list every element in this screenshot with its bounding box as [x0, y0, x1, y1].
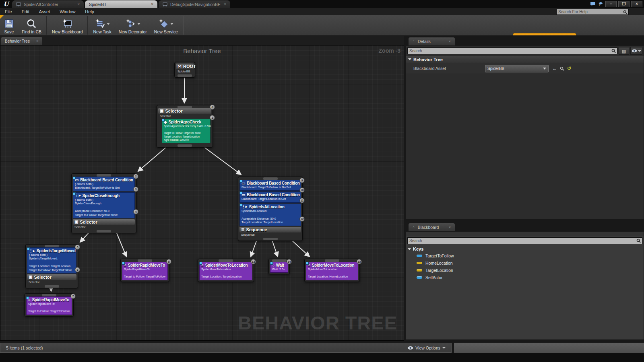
- new-decorator-icon: [125, 19, 136, 29]
- close-icon[interactable]: ×: [36, 39, 38, 43]
- menu-edit[interactable]: Edit: [17, 9, 34, 14]
- node-decorator-block: ⋮▸SpiderCloseEnough( aborts both )Spider…: [73, 192, 135, 218]
- close-icon[interactable]: ×: [449, 225, 451, 229]
- blackboard-asset-dropdown[interactable]: SpiderBB: [485, 65, 549, 72]
- marketplace-icon[interactable]: [598, 2, 604, 6]
- node-output-pin[interactable]: [178, 144, 192, 147]
- toolbar-corner-expand-icon[interactable]: [0, 15, 4, 19]
- node-decorator-block: ⋮▸SpiderIsAtLocationSpiderIsAtLocation: …: [239, 204, 301, 226]
- bt-node-cond-left[interactable]: ▭Blackboard Based Condition( aborts both…: [71, 173, 136, 233]
- use-selected-asset-icon[interactable]: ←: [552, 66, 557, 71]
- node-title: ◈SpiderAgroCheck: [164, 120, 208, 124]
- bt-node-wait[interactable]: ◌WaitWait: 2.5s14: [268, 259, 290, 274]
- new-decorator-button[interactable]: New Decorator: [115, 15, 151, 35]
- blackboard-keys-header[interactable]: Keys: [406, 245, 644, 252]
- node-instance-marker-icon: [239, 191, 242, 194]
- close-icon[interactable]: ×: [77, 2, 80, 6]
- node-subtitle: Sequence: [239, 232, 301, 237]
- menu-window[interactable]: Window: [55, 9, 80, 14]
- blackboard-panel-tab[interactable]: ∴ Blackboard ×: [409, 223, 455, 231]
- bt-node-moveloc-right[interactable]: ≡SpiderMoveToLocationSpiderMoveToLocatio…: [304, 259, 360, 282]
- minimize-button[interactable]: –: [605, 1, 617, 7]
- blackboard-search: [407, 237, 642, 244]
- menu-help[interactable]: Help: [80, 9, 99, 14]
- key-label: TargetLocation: [425, 268, 453, 273]
- view-options-button[interactable]: View Options: [407, 346, 446, 350]
- node-instance-marker-icon: [73, 192, 76, 195]
- chevron-down-icon[interactable]: [170, 23, 173, 25]
- menu-asset[interactable]: Asset: [34, 9, 55, 14]
- blackboard-key-targetlocation[interactable]: TargetLocation: [406, 267, 644, 274]
- node-subtitle: Selector: [27, 280, 76, 285]
- browse-to-asset-icon[interactable]: [560, 66, 564, 71]
- node-title: ▭Blackboard Based Condition: [242, 193, 299, 197]
- blackboard-key-selfactor[interactable]: SelfActor: [406, 274, 644, 281]
- bt-node-root[interactable]: ⋈ROOTSpiderBB: [174, 62, 195, 78]
- bt-node-selector-main[interactable]: ▣SelectorSelector◈SpiderAgroCheckSpiderA…: [157, 105, 213, 148]
- window-bottom-edge: [0, 353, 644, 362]
- node-detail-line: Target to Follow: TargetToFollow: [28, 310, 70, 313]
- node-output-pin[interactable]: [45, 285, 59, 288]
- bt-node-moveloc-mid[interactable]: ≡SpiderMoveToLocationSpiderMoveToLocatio…: [198, 259, 254, 282]
- asset-tab-debugspidernavigationbf[interactable]: DebugSpiderNavigationBF ×: [159, 0, 230, 8]
- close-icon[interactable]: ×: [224, 2, 226, 6]
- feedback-bubble-icon[interactable]: [590, 2, 596, 6]
- node-decorator-block: ⋮▸SpiderIsTargetMoved( aborts both )Spid…: [27, 247, 76, 274]
- node-output-pin[interactable]: [178, 74, 192, 77]
- view-options-label: View Options: [415, 346, 440, 350]
- node-title: ◌Wait: [272, 263, 286, 267]
- display-filter-button[interactable]: [630, 47, 642, 55]
- close-icon[interactable]: ×: [151, 2, 153, 6]
- graph-document-tab[interactable]: Behavior Tree ×: [1, 37, 42, 45]
- help-search-input[interactable]: [557, 10, 623, 14]
- node-header: ▣Selector: [27, 274, 76, 280]
- new-task-label: New Task: [93, 29, 111, 34]
- details-category-behavior-tree[interactable]: Behavior Tree: [406, 56, 644, 63]
- node-output-pin[interactable]: [263, 238, 278, 240]
- new-blackboard-label: New Blackboard: [52, 29, 83, 34]
- node-detail-line: [201, 272, 250, 275]
- node-input-pin[interactable]: [178, 106, 192, 108]
- behavior-tree-graph-canvas[interactable]: Behavior Tree Zoom -3 BEHAVIOR TREE ⋈ROO…: [0, 45, 404, 341]
- bt-node-rapid-bottom[interactable]: ≡SpiderRapidMoveToSpiderRapidMoveTo: Tar…: [25, 293, 74, 317]
- new-decorator-label: New Decorator: [119, 29, 147, 34]
- bt-node-target-moved[interactable]: ⋮▸SpiderIsTargetMoved( aborts both )Spid…: [25, 244, 78, 288]
- property-matrix-button[interactable]: ▤: [619, 47, 629, 55]
- bt-node-cond-right[interactable]: ▭Blackboard Based ConditionBlackboard: T…: [238, 177, 303, 241]
- node-decorator-block: ▭Blackboard Based Condition( aborts both…: [73, 177, 135, 191]
- asset-easel-icon: [163, 2, 168, 6]
- node-title: ≡SpiderMoveToLocation: [308, 263, 356, 267]
- execution-index-badge: 14: [287, 259, 292, 264]
- asset-tab-spiderbt[interactable]: SpiderBT ×: [85, 0, 157, 8]
- new-blackboard-button[interactable]: New Blackboard: [48, 15, 86, 35]
- close-icon[interactable]: ×: [449, 39, 451, 43]
- node-detail-line: Target Location: TargetLocation: [29, 265, 74, 268]
- close-button[interactable]: ×: [631, 1, 642, 7]
- reset-to-default-icon[interactable]: ↺: [567, 66, 571, 71]
- bt-node-rapid-mid[interactable]: ≡SpiderRapidMoveToSpiderRapidMoveTo: Tar…: [120, 259, 169, 282]
- menu-file[interactable]: File: [0, 9, 17, 14]
- items-count-text: 5 items (1 selected): [6, 346, 43, 350]
- blackboard-search-input[interactable]: [408, 239, 636, 243]
- details-tab-label: Details: [418, 39, 431, 44]
- node-output-pin[interactable]: [97, 230, 111, 232]
- node-instance-marker-icon: [239, 204, 242, 206]
- selector-icon: ▣: [29, 275, 32, 279]
- execution-index-badge: 13: [251, 259, 256, 264]
- new-task-button[interactable]: New Task: [89, 15, 115, 35]
- restore-button[interactable]: ❐: [618, 1, 630, 7]
- details-panel-tab[interactable]: ∴ Details ×: [409, 37, 455, 45]
- asset-tab-spideraicontroller[interactable]: SpiderAIController ×: [12, 0, 84, 8]
- find-icon: [26, 19, 37, 29]
- details-search-input[interactable]: [408, 49, 611, 53]
- blackboard-key-targettofollow[interactable]: TargetToFollow: [406, 252, 644, 259]
- node-detail-line: Acceptable Distance: 50.0: [242, 217, 299, 220]
- blackboard-key-homelocation[interactable]: HomeLocation: [406, 259, 644, 267]
- new-service-button[interactable]: New Service: [151, 15, 182, 35]
- chevron-down-icon[interactable]: [137, 23, 140, 25]
- find-in-cb-button[interactable]: Find in CB: [18, 15, 45, 35]
- chevron-down-icon[interactable]: [107, 23, 110, 25]
- node-title: ⋮▸SpiderCloseEnough: [75, 193, 133, 198]
- selector-icon: ▣: [74, 220, 78, 224]
- execution-index-badge: 8: [166, 259, 171, 264]
